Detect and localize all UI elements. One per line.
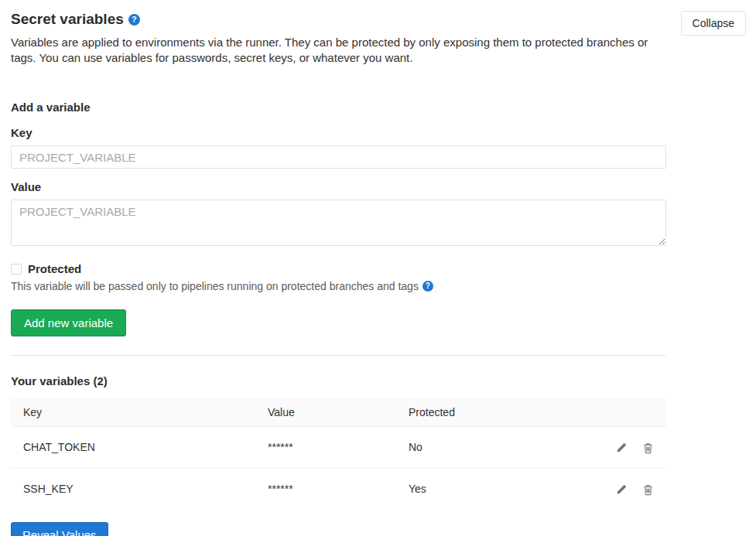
column-header-key: Key (11, 398, 255, 427)
edit-variable-button[interactable] (615, 484, 627, 496)
secret-variables-panel: Collapse Secret variables ? Variables ar… (0, 0, 756, 536)
help-icon[interactable]: ? (128, 14, 140, 26)
help-icon[interactable]: ? (422, 281, 433, 292)
value-input[interactable] (11, 200, 666, 246)
panel-description: Variables are applied to environments vi… (11, 35, 666, 66)
delete-variable-button[interactable] (642, 484, 654, 496)
variable-key: CHAT_TOKEN (11, 427, 255, 469)
variable-key: SSH_KEY (11, 468, 255, 509)
trash-icon (642, 486, 654, 498)
variable-protected-status: No (396, 427, 582, 469)
panel-header: Secret variables ? (11, 11, 666, 28)
column-header-actions (582, 398, 666, 427)
column-header-value: Value (255, 398, 396, 427)
trash-icon (642, 445, 654, 456)
protected-help-label: This variable will be passed only to pip… (11, 279, 419, 293)
protected-checkbox[interactable] (11, 264, 22, 275)
pencil-icon (615, 445, 627, 456)
section-divider (11, 355, 666, 356)
delete-variable-button[interactable] (642, 442, 654, 454)
table-header-row: Key Value Protected (11, 398, 666, 427)
add-new-variable-button[interactable]: Add new variable (11, 309, 126, 336)
page-title: Secret variables (11, 11, 124, 28)
key-label: Key (11, 126, 666, 140)
table-row: SSH_KEY ****** Yes (11, 468, 666, 509)
protected-label[interactable]: Protected (28, 262, 81, 275)
key-input[interactable] (11, 145, 666, 169)
column-header-protected: Protected (396, 398, 582, 427)
variable-protected-status: Yes (396, 468, 582, 509)
collapse-button[interactable]: Collapse (681, 11, 746, 36)
edit-variable-button[interactable] (615, 442, 627, 454)
table-row: CHAT_TOKEN ****** No (11, 427, 666, 469)
pencil-icon (615, 486, 627, 498)
add-variable-heading: Add a variable (11, 101, 666, 114)
variable-value-masked: ****** (255, 427, 396, 469)
value-label: Value (11, 180, 666, 194)
variables-table: Key Value Protected CHAT_TOKEN ****** No (11, 398, 666, 510)
reveal-values-button[interactable]: Reveal Values (11, 522, 108, 536)
variable-value-masked: ****** (255, 468, 396, 509)
protected-help-text: This variable will be passed only to pip… (11, 279, 666, 293)
your-variables-heading: Your variables (2) (11, 374, 666, 388)
